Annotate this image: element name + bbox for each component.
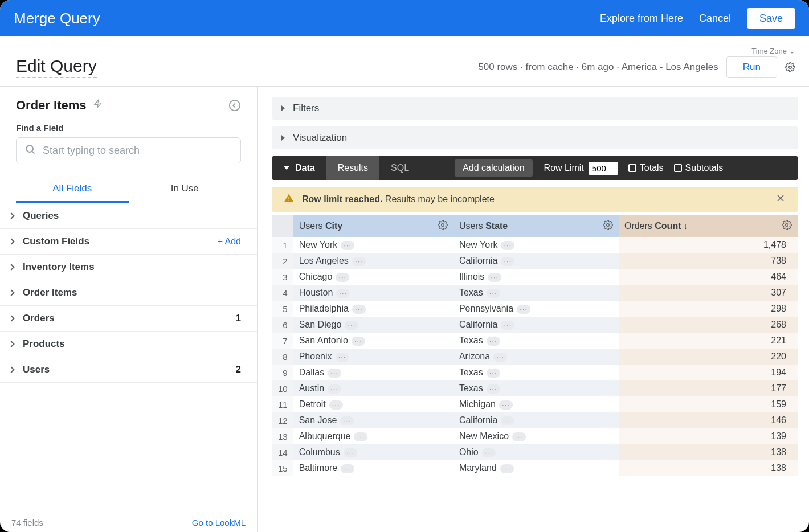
table-row[interactable]: 12San Jose···California···146 bbox=[272, 412, 798, 428]
more-icon[interactable]: ··· bbox=[487, 289, 500, 298]
cell-state[interactable]: Michigan··· bbox=[453, 396, 619, 412]
gear-icon[interactable] bbox=[782, 220, 792, 232]
cell-city[interactable]: San Antonio··· bbox=[293, 333, 453, 349]
more-icon[interactable]: ··· bbox=[493, 353, 507, 362]
cell-count[interactable]: 138 bbox=[619, 460, 798, 476]
cell-count[interactable]: 298 bbox=[619, 301, 798, 317]
field-category-products[interactable]: Products bbox=[0, 332, 257, 357]
sql-tab[interactable]: SQL bbox=[379, 156, 420, 180]
subtotals-checkbox[interactable]: Subtotals bbox=[674, 163, 724, 173]
cell-state[interactable]: Texas··· bbox=[453, 365, 619, 380]
cell-count[interactable]: 146 bbox=[619, 412, 798, 428]
data-tab[interactable]: Data bbox=[272, 156, 326, 180]
more-icon[interactable]: ··· bbox=[345, 321, 358, 330]
run-button[interactable]: Run bbox=[726, 56, 777, 78]
cell-city[interactable]: San Jose··· bbox=[293, 412, 453, 428]
table-row[interactable]: 15Baltimore···Maryland···138 bbox=[272, 460, 798, 476]
more-icon[interactable]: ··· bbox=[344, 448, 357, 457]
more-icon[interactable]: ··· bbox=[487, 384, 500, 394]
timezone-selector[interactable]: Time Zone ⌄ bbox=[751, 47, 795, 55]
more-icon[interactable]: ··· bbox=[501, 257, 514, 266]
save-button[interactable]: Save bbox=[747, 8, 795, 29]
table-row[interactable]: 5Philadelphia···Pennsylvania···298 bbox=[272, 301, 798, 317]
more-icon[interactable]: ··· bbox=[501, 416, 514, 425]
collapse-sidebar-icon[interactable] bbox=[228, 99, 241, 112]
more-icon[interactable]: ··· bbox=[341, 241, 354, 250]
cell-state[interactable]: Ohio··· bbox=[453, 444, 619, 460]
more-icon[interactable]: ··· bbox=[329, 400, 343, 410]
more-icon[interactable]: ··· bbox=[352, 305, 366, 314]
cell-city[interactable]: Los Angeles··· bbox=[293, 253, 453, 269]
field-category-orders[interactable]: Orders1 bbox=[0, 306, 257, 332]
cell-count[interactable]: 159 bbox=[619, 396, 798, 412]
add-calculation-button[interactable]: Add calculation bbox=[455, 159, 533, 177]
field-category-users[interactable]: Users2 bbox=[0, 357, 257, 383]
more-icon[interactable]: ··· bbox=[328, 369, 341, 378]
table-row[interactable]: 11Detroit···Michigan···159 bbox=[272, 396, 798, 412]
cell-count[interactable]: 177 bbox=[619, 380, 798, 396]
cell-city[interactable]: Baltimore··· bbox=[293, 460, 453, 476]
col-users-state[interactable]: Users State bbox=[453, 215, 619, 237]
cell-state[interactable]: Texas··· bbox=[453, 380, 619, 396]
cell-city[interactable]: Phoenix··· bbox=[293, 349, 453, 365]
table-row[interactable]: 10Austin···Texas···177 bbox=[272, 380, 798, 396]
explore-from-here-link[interactable]: Explore from Here bbox=[600, 13, 683, 24]
cell-city[interactable]: Albuquerque··· bbox=[293, 428, 453, 444]
field-category-queries[interactable]: Queries bbox=[0, 203, 257, 229]
cell-count[interactable]: 194 bbox=[619, 365, 798, 380]
cell-state[interactable]: Arizona··· bbox=[453, 349, 619, 365]
more-icon[interactable]: ··· bbox=[487, 369, 500, 378]
cell-state[interactable]: Texas··· bbox=[453, 285, 619, 301]
more-icon[interactable]: ··· bbox=[500, 464, 514, 473]
more-icon[interactable]: ··· bbox=[328, 384, 341, 394]
search-input[interactable] bbox=[43, 145, 232, 157]
cell-count[interactable]: 738 bbox=[619, 253, 798, 269]
col-orders-count[interactable]: Orders Count ↓ bbox=[619, 215, 798, 237]
cell-state[interactable]: Illinois··· bbox=[453, 269, 619, 285]
table-row[interactable]: 1New York···New York···1,478 bbox=[272, 237, 798, 253]
cell-count[interactable]: 307 bbox=[619, 285, 798, 301]
cell-state[interactable]: New Mexico··· bbox=[453, 428, 619, 444]
cell-state[interactable]: California··· bbox=[453, 317, 619, 333]
cell-count[interactable]: 268 bbox=[619, 317, 798, 333]
more-icon[interactable]: ··· bbox=[336, 353, 349, 362]
more-icon[interactable]: ··· bbox=[499, 400, 513, 410]
settings-gear-icon[interactable] bbox=[785, 62, 795, 72]
cell-count[interactable]: 221 bbox=[619, 333, 798, 349]
more-icon[interactable]: ··· bbox=[487, 337, 500, 346]
cell-city[interactable]: San Diego··· bbox=[293, 317, 453, 333]
col-users-city[interactable]: Users City bbox=[293, 215, 453, 237]
cancel-link[interactable]: Cancel bbox=[699, 13, 731, 24]
tab-all-fields[interactable]: All Fields bbox=[16, 176, 129, 203]
gear-icon[interactable] bbox=[603, 220, 613, 232]
cell-count[interactable]: 139 bbox=[619, 428, 798, 444]
cell-state[interactable]: California··· bbox=[453, 412, 619, 428]
table-row[interactable]: 13Albuquerque···New Mexico···139 bbox=[272, 428, 798, 444]
more-icon[interactable]: ··· bbox=[352, 337, 365, 346]
cell-city[interactable]: Dallas··· bbox=[293, 365, 453, 380]
field-category-inventory-items[interactable]: Inventory Items bbox=[0, 255, 257, 280]
more-icon[interactable]: ··· bbox=[501, 321, 514, 330]
cell-city[interactable]: Philadelphia··· bbox=[293, 301, 453, 317]
more-icon[interactable]: ··· bbox=[482, 448, 496, 457]
more-icon[interactable]: ··· bbox=[341, 464, 354, 473]
more-icon[interactable]: ··· bbox=[352, 257, 366, 266]
cell-state[interactable]: Pennsylvania··· bbox=[453, 301, 619, 317]
more-icon[interactable]: ··· bbox=[340, 416, 354, 425]
cell-count[interactable]: 220 bbox=[619, 349, 798, 365]
cell-count[interactable]: 1,478 bbox=[619, 237, 798, 253]
more-icon[interactable]: ··· bbox=[336, 273, 349, 282]
cell-count[interactable]: 464 bbox=[619, 269, 798, 285]
table-row[interactable]: 3Chicago···Illinois···464 bbox=[272, 269, 798, 285]
more-icon[interactable]: ··· bbox=[354, 432, 367, 441]
table-row[interactable]: 4Houston···Texas···307 bbox=[272, 285, 798, 301]
visualization-panel[interactable]: Visualization bbox=[272, 126, 798, 149]
page-title[interactable]: Edit Query bbox=[16, 56, 97, 78]
table-row[interactable]: 8Phoenix···Arizona···220 bbox=[272, 349, 798, 365]
table-row[interactable]: 14Columbus···Ohio···138 bbox=[272, 444, 798, 460]
cell-count[interactable]: 138 bbox=[619, 444, 798, 460]
go-to-lookml-link[interactable]: Go to LookML bbox=[192, 518, 246, 527]
results-tab[interactable]: Results bbox=[326, 156, 379, 180]
cell-state[interactable]: California··· bbox=[453, 253, 619, 269]
table-row[interactable]: 2Los Angeles···California···738 bbox=[272, 253, 798, 269]
